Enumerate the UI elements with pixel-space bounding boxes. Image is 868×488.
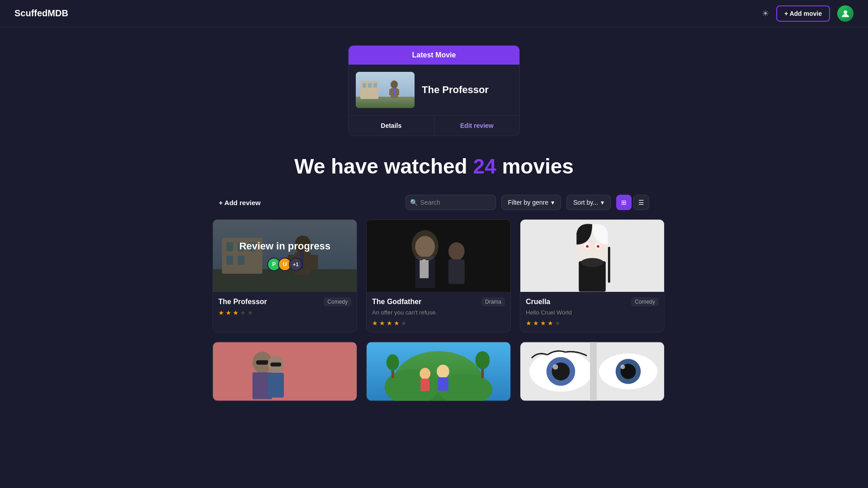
movie-card-poster-cruella	[520, 220, 664, 292]
filter-chevron-icon: ▾	[551, 199, 554, 206]
movie-card-professor[interactable]: Review in progress P U +1 The Professor …	[212, 219, 357, 333]
svg-rect-55	[420, 379, 429, 391]
svg-rect-46	[256, 360, 269, 365]
svg-point-54	[420, 368, 430, 380]
movie-card-poster-6	[520, 342, 664, 401]
review-in-progress-label: Review in progress	[239, 240, 330, 252]
star-g2: ★	[379, 319, 385, 327]
sort-label: Sort by...	[573, 199, 598, 206]
controls-bar: + Add review 🔍 Filter by genre ▾ Sort by…	[217, 195, 651, 210]
search-input[interactable]	[406, 195, 496, 210]
movie-card-6[interactable]	[520, 342, 665, 401]
movie-card-cruella[interactable]: Cruella Comedy Hello Cruel World ★ ★ ★ ★…	[520, 219, 665, 333]
star-g1: ★	[372, 319, 378, 327]
details-button[interactable]: Details	[349, 116, 434, 136]
movie-card-poster-professor: Review in progress P U +1	[213, 220, 357, 292]
latest-movie-header: Latest Movie	[349, 46, 519, 65]
sort-chevron-icon: ▾	[601, 199, 604, 206]
stars-row-cruella: ★ ★ ★ ★ ★	[526, 319, 659, 327]
svg-rect-4	[363, 83, 366, 88]
svg-rect-48	[268, 373, 284, 398]
star-3: ★	[233, 309, 239, 316]
genre-badge-godfather: Drama	[481, 297, 505, 306]
movie-card-4[interactable]	[212, 342, 357, 401]
svg-rect-32	[367, 220, 510, 292]
movie-card-title-cruella: Cruella	[526, 298, 550, 306]
svg-point-42	[597, 245, 599, 248]
star-1: ★	[218, 309, 224, 316]
search-icon: 🔍	[410, 199, 418, 206]
svg-point-70	[621, 365, 625, 369]
stats-suffix: movies	[496, 155, 574, 178]
movie-card-godfather[interactable]: The Godfather Drama An offer you can't r…	[366, 219, 511, 333]
svg-rect-43	[213, 342, 357, 400]
stars-row-professor: ★ ★ ★ ★ ★	[218, 309, 351, 316]
avatar-extra: +1	[289, 258, 302, 271]
grid-view-button[interactable]: ⊞	[616, 195, 632, 210]
movie-card-poster-4	[213, 342, 357, 401]
svg-point-7	[391, 80, 398, 89]
stats-text: We have watched 24 movies	[294, 155, 574, 178]
add-review-button[interactable]: + Add review	[219, 199, 260, 206]
movies-grid: Review in progress P U +1 The Professor …	[212, 219, 656, 401]
svg-rect-11	[393, 88, 395, 95]
stats-count: 24	[473, 155, 496, 178]
movie-card-desc-godfather: An offer you can't refuse.	[372, 309, 505, 316]
svg-rect-71	[590, 342, 597, 400]
sort-button[interactable]: Sort by... ▾	[566, 195, 611, 210]
avatars-row: P U +1	[267, 258, 302, 271]
filter-genre-button[interactable]: Filter by genre ▾	[501, 195, 561, 210]
svg-point-0	[844, 10, 847, 14]
view-toggle: ⊞ ☰	[616, 195, 649, 210]
movie-card-info-godfather: The Godfather Drama An offer you can't r…	[367, 292, 510, 332]
movie-card-title-row-cruella: Cruella Comedy	[526, 297, 659, 306]
svg-point-41	[586, 245, 589, 248]
svg-rect-38	[608, 247, 610, 283]
movie-card-overlay: Review in progress P U +1	[213, 220, 357, 292]
list-view-button[interactable]: ☰	[633, 195, 649, 210]
star-c5: ★	[555, 319, 561, 327]
latest-movie-title: The Professor	[422, 84, 489, 96]
header-right: ☀ + Add movie	[762, 5, 854, 22]
avatar[interactable]	[837, 5, 854, 22]
movie-card-title-row-godfather: The Godfather Drama	[372, 297, 505, 306]
star-c4: ★	[547, 319, 553, 327]
svg-point-66	[553, 364, 558, 370]
star-c1: ★	[526, 319, 532, 327]
star-4: ★	[240, 309, 246, 316]
header: ScuffedMDB ☀ + Add movie	[0, 0, 868, 27]
stats-prefix: We have watched	[294, 155, 473, 178]
svg-rect-9	[389, 89, 392, 95]
svg-rect-10	[397, 89, 399, 95]
movie-card-desc-cruella: Hello Cruel World	[526, 309, 659, 316]
genre-badge-cruella: Comedy	[631, 297, 659, 306]
movie-card-info-cruella: Cruella Comedy Hello Cruel World ★ ★ ★ ★…	[520, 292, 664, 332]
svg-point-61	[475, 351, 490, 369]
movie-card-title-godfather: The Godfather	[372, 298, 421, 306]
svg-rect-57	[438, 377, 448, 391]
latest-movie-card: Latest Movie	[348, 45, 520, 136]
star-c2: ★	[533, 319, 539, 327]
svg-point-37	[581, 258, 604, 267]
add-movie-button[interactable]: + Add movie	[776, 5, 830, 22]
logo: ScuffedMDB	[14, 8, 68, 19]
edit-review-button[interactable]: Edit review	[434, 116, 520, 136]
movie-card-poster-godfather	[367, 220, 510, 292]
genre-badge-professor: Comedy	[324, 297, 351, 306]
svg-point-33	[411, 230, 439, 262]
movie-card-title-row-professor: The Professor Comedy	[218, 297, 351, 306]
star-c3: ★	[540, 319, 546, 327]
controls-right: 🔍 Filter by genre ▾ Sort by... ▾ ⊞ ☰	[406, 195, 649, 210]
movie-card-5[interactable]	[366, 342, 511, 401]
star-g5: ★	[401, 319, 407, 327]
stats-section: We have watched 24 movies	[294, 154, 574, 178]
latest-movie-body: The Professor	[349, 65, 519, 115]
movie-card-info-professor: The Professor Comedy ★ ★ ★ ★ ★	[213, 292, 357, 322]
latest-movie-actions: Details Edit review	[349, 115, 519, 136]
star-2: ★	[226, 309, 231, 316]
svg-rect-6	[373, 83, 377, 88]
filter-label: Filter by genre	[508, 199, 548, 206]
svg-point-59	[387, 354, 399, 371]
theme-toggle-button[interactable]: ☀	[762, 9, 769, 19]
movie-card-title-professor: The Professor	[218, 298, 267, 306]
